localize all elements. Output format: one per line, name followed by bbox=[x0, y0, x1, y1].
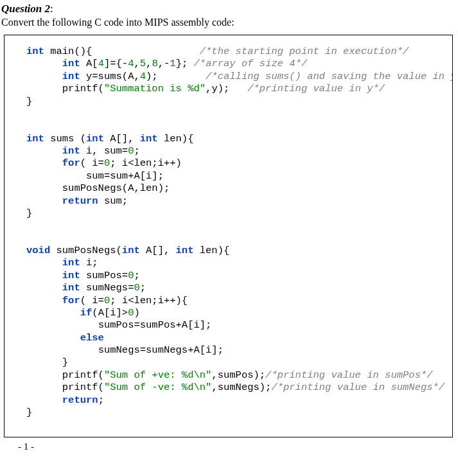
code-token: int bbox=[122, 245, 140, 256]
code-number: 0 bbox=[104, 157, 110, 169]
code-token: void bbox=[26, 245, 50, 256]
code-comment: /*calling sums() and saving the value in… bbox=[206, 71, 453, 82]
code-token: for bbox=[62, 157, 80, 169]
code-token: ); bbox=[146, 71, 158, 82]
code-token: ,y); bbox=[206, 83, 229, 94]
code-token: ; bbox=[134, 145, 139, 157]
code-number: 8 bbox=[152, 58, 157, 69]
code-token: ]={- bbox=[104, 58, 128, 69]
code-token: int bbox=[62, 270, 80, 281]
code-comment: /*array of size 4*/ bbox=[194, 58, 308, 69]
code-token: A[ bbox=[80, 58, 98, 69]
question-label: Question 2 bbox=[1, 3, 50, 15]
code-comment: /*printing value in sumPos*/ bbox=[265, 369, 432, 381]
code-comment: /*printing value in y*/ bbox=[247, 83, 385, 94]
code-token: ,sumNegs); bbox=[211, 382, 271, 393]
code-token: printf( bbox=[62, 382, 104, 393]
code-number: 0 bbox=[134, 282, 139, 294]
code-token: ; bbox=[98, 394, 104, 406]
code-indent bbox=[26, 344, 98, 356]
code-indent bbox=[26, 170, 86, 182]
code-token: } bbox=[26, 96, 32, 107]
code-token: return bbox=[62, 394, 98, 406]
question-instruction: Convert the following C code into MIPS a… bbox=[1, 17, 458, 28]
code-token: len){ bbox=[193, 245, 229, 256]
question-colon: : bbox=[50, 3, 53, 15]
code-indent bbox=[26, 307, 80, 319]
code-indent bbox=[26, 295, 62, 306]
code-number: 4 bbox=[140, 71, 146, 82]
code-token: int bbox=[62, 282, 80, 294]
code-number: 1 bbox=[170, 58, 175, 69]
code-token: , bbox=[146, 58, 152, 69]
code-indent bbox=[26, 382, 62, 393]
code-token: ; bbox=[134, 270, 139, 281]
code-token: sumPosNegs( bbox=[50, 245, 122, 256]
code-token: int bbox=[140, 133, 158, 145]
code-indent bbox=[26, 282, 62, 294]
code-token: int bbox=[62, 71, 80, 82]
code-token: sum; bbox=[98, 195, 128, 207]
code-token: sumPos=sumPos+A[i]; bbox=[98, 319, 212, 331]
code-token: sumNegs= bbox=[80, 282, 134, 294]
code-indent bbox=[26, 270, 62, 281]
code-indent bbox=[26, 369, 62, 381]
code-indent bbox=[26, 357, 62, 368]
code-token: A[], bbox=[140, 245, 176, 256]
code-token: sumPos= bbox=[80, 270, 128, 281]
code-block: int main(){ /*the starting point in exec… bbox=[4, 35, 453, 437]
code-number: 4 bbox=[98, 58, 104, 69]
code-token: ,- bbox=[158, 58, 170, 69]
code-token: printf( bbox=[62, 83, 104, 94]
code-token: A[], bbox=[104, 133, 140, 145]
code-token: (A[i]> bbox=[92, 307, 128, 319]
code-token: } bbox=[62, 357, 68, 368]
code-token: int bbox=[176, 245, 194, 256]
code-token: sums ( bbox=[44, 133, 86, 145]
code-token: int bbox=[26, 46, 44, 57]
code-token: int bbox=[62, 145, 80, 157]
code-token: ) bbox=[134, 307, 139, 319]
code-indent bbox=[26, 145, 62, 157]
code-string: "Sum of +ve: %d\n" bbox=[104, 369, 211, 381]
code-indent bbox=[26, 58, 62, 69]
code-token: len){ bbox=[158, 133, 194, 145]
code-token: ; i<len;i++){ bbox=[110, 295, 188, 306]
code-token: sumPosNegs(A,len); bbox=[62, 182, 170, 194]
code-token: sumNegs=sumNegs+A[i]; bbox=[98, 344, 224, 356]
code-token: ; i<len;i++) bbox=[110, 157, 182, 169]
code-token: } bbox=[26, 407, 32, 418]
page-number: - 1 - bbox=[18, 441, 458, 452]
code-comment: /*the starting point in execution*/ bbox=[200, 46, 409, 57]
code-token: ( i= bbox=[80, 295, 104, 306]
code-token: else bbox=[80, 332, 104, 344]
code-token: } bbox=[26, 207, 32, 219]
code-token: ; bbox=[140, 282, 146, 294]
code-token: printf( bbox=[62, 369, 104, 381]
code-indent bbox=[26, 71, 62, 82]
code-token: sum=sum+A[i]; bbox=[86, 170, 164, 182]
code-indent bbox=[26, 332, 80, 344]
code-string: "Summation is %d" bbox=[104, 83, 206, 94]
code-number: 0 bbox=[104, 295, 110, 306]
code-token: int bbox=[26, 133, 44, 145]
code-comment: /*printing value in sumNegs*/ bbox=[271, 382, 445, 393]
code-indent bbox=[26, 182, 62, 194]
code-pad bbox=[229, 83, 247, 94]
code-indent bbox=[26, 157, 62, 169]
code-number: 5 bbox=[140, 58, 146, 69]
code-pad bbox=[158, 71, 206, 82]
code-token: main(){ bbox=[44, 46, 92, 57]
code-token: y=sums(A, bbox=[80, 71, 140, 82]
code-indent bbox=[26, 83, 62, 94]
code-token: int bbox=[62, 257, 80, 269]
code-indent bbox=[26, 195, 62, 207]
code-indent bbox=[26, 394, 62, 406]
code-token: return bbox=[62, 195, 98, 207]
code-token: for bbox=[62, 295, 80, 306]
code-token: ,sumPos); bbox=[211, 369, 265, 381]
document-page: Question 2: Convert the following C code… bbox=[0, 0, 458, 452]
code-token: }; bbox=[176, 58, 194, 69]
code-indent bbox=[26, 257, 62, 269]
code-indent bbox=[26, 319, 98, 331]
